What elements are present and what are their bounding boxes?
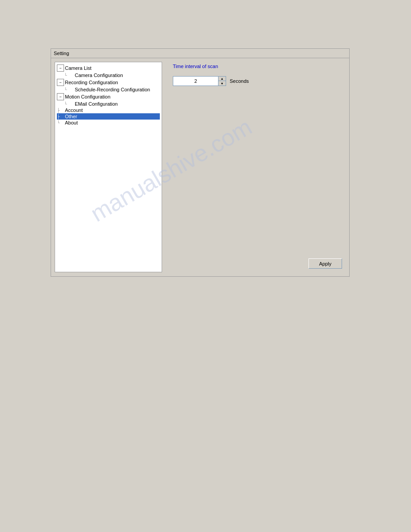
tree-label-email-configuration: EMail Configuration	[75, 101, 118, 107]
spinner-down-button[interactable]: ▼	[218, 81, 226, 86]
tree-child-schedule-recording: └ Schedule-Recording Configuration	[64, 86, 160, 93]
tree-label-about: About	[65, 120, 78, 125]
tree-item-recording-configuration[interactable]: − Recording Configuration	[57, 78, 160, 86]
tree-label-motion-configuration: Motion Configuration	[65, 94, 111, 99]
input-row: ▲ ▼ Seconds	[173, 76, 342, 86]
tree-label-camera-configuration: Camera Configuration	[75, 73, 123, 78]
tree-label-account: Account	[65, 107, 83, 113]
tree-panel: − Camera List └ Camera Configuration −	[55, 62, 162, 272]
title-bar: Setting	[51, 49, 349, 58]
expander-recording-configuration[interactable]: −	[57, 79, 64, 86]
time-interval-input[interactable]	[173, 77, 218, 86]
tree-child-email-configuration: └ EMail Configuration	[64, 101, 160, 107]
section-title: Time interval of scan	[173, 64, 342, 69]
tree-child-camera-config: └ Camera Configuration	[64, 72, 160, 78]
tree-label-camera-list: Camera List	[65, 65, 91, 71]
tree-item-camera-list[interactable]: − Camera List	[57, 64, 160, 72]
content-area: − Camera List └ Camera Configuration −	[51, 58, 349, 276]
tree-item-camera-configuration[interactable]: └ Camera Configuration	[64, 72, 160, 78]
tree-item-schedule-recording-configuration[interactable]: └ Schedule-Recording Configuration	[64, 86, 160, 93]
settings-window: Setting − Camera List └ Camera Configura…	[51, 48, 350, 277]
tree-label-other: Other	[65, 114, 77, 119]
tree-label-recording-configuration: Recording Configuration	[65, 80, 118, 85]
tree-item-other[interactable]: ├ Other	[57, 113, 160, 120]
spinner-container: ▲ ▼	[173, 76, 226, 86]
window-title: Setting	[54, 51, 69, 56]
apply-button[interactable]: Apply	[308, 258, 342, 269]
seconds-label: Seconds	[230, 78, 249, 84]
spinner-up-button[interactable]: ▲	[218, 77, 226, 81]
tree-item-motion-configuration[interactable]: − Motion Configuration	[57, 93, 160, 101]
tree-item-email-configuration[interactable]: └ EMail Configuration	[64, 101, 160, 107]
tree-label-schedule-recording-configuration: Schedule-Recording Configuration	[75, 87, 150, 92]
expander-camera-list[interactable]: −	[57, 64, 64, 72]
tree-item-account[interactable]: ├ Account	[57, 107, 160, 113]
right-panel: Time interval of scan ▲ ▼ Seconds Apply	[166, 58, 349, 276]
tree-item-about[interactable]: └ About	[57, 120, 160, 126]
spinner-buttons: ▲ ▼	[218, 77, 226, 86]
expander-motion-configuration[interactable]: −	[57, 93, 64, 100]
